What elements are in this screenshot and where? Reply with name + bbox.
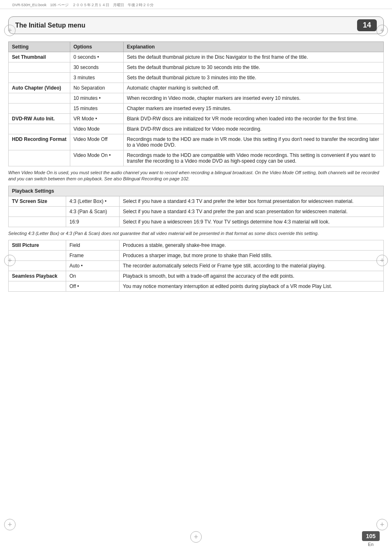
page-language: En xyxy=(368,542,374,547)
table-row: TV Screen Size4:3 (Letter Box) •Select i… xyxy=(9,196,384,206)
setting-cell xyxy=(9,124,70,134)
option-cell: 3 minutes xyxy=(70,73,123,83)
setting-cell: Seamless Playback xyxy=(9,271,66,281)
table-row: Video ModeBlank DVD-RW discs are initial… xyxy=(9,124,384,134)
table-row: 16:9Select if you have a widescreen 16:9… xyxy=(9,216,384,227)
setting-cell xyxy=(9,150,70,166)
playback-section-header: Playback Settings xyxy=(9,186,384,196)
option-cell: 0 seconds • xyxy=(70,52,123,62)
col-header-options: Options xyxy=(70,42,123,52)
note-1: When Video Mode On is used, you must sel… xyxy=(8,170,384,182)
explanation-cell: The recorder automatically selects Field… xyxy=(120,261,384,271)
option-cell: No Separation xyxy=(70,83,123,93)
explanation-cell: Recordings made to the HDD are made in V… xyxy=(123,134,383,150)
table-row: DVD-RW Auto Init.VR Mode •Blank DVD-RW d… xyxy=(9,114,384,124)
table-row: Still PictureFieldProduces a stable, gen… xyxy=(9,240,384,251)
table-row: 3 minutesSets the default thumbnail pict… xyxy=(9,73,384,83)
note-2: Selecting 4:3 (Letter Box) or 4:3 (Pan &… xyxy=(8,230,384,237)
option-cell: Off • xyxy=(66,281,120,292)
crosshair-top-right xyxy=(376,25,388,36)
top-reference: DVR-530H_EU.book 105 ページ ２００５年２月１４日 月曜日 … xyxy=(0,0,392,9)
table-row: Seamless PlaybackOnPlayback is smooth, b… xyxy=(9,271,384,281)
explanation-cell: Automatic chapter marking is switched of… xyxy=(123,83,383,93)
setting-cell xyxy=(9,93,70,104)
explanation-cell: Sets the default thumbnail picture to 30… xyxy=(123,62,383,73)
option-cell: Frame xyxy=(66,251,120,261)
explanation-cell: Select if you have a standard 4:3 TV and… xyxy=(120,206,384,216)
page-footer: 105 En xyxy=(362,531,380,547)
explanation-cell: Chapter markers are inserted every 15 mi… xyxy=(123,104,383,114)
option-cell: Auto • xyxy=(66,261,120,271)
table-row: HDD Recording FormatVideo Mode OffRecord… xyxy=(9,134,384,150)
page-number: 105 xyxy=(362,531,380,541)
still-picture-table: Still PictureFieldProduces a stable, gen… xyxy=(8,240,384,292)
table-row: Auto Chapter (Video)No SeparationAutomat… xyxy=(9,83,384,93)
crosshair-bottom-left xyxy=(4,519,16,530)
settings-table: Setting Options Explanation Set Thumbnai… xyxy=(8,41,384,166)
option-cell: 15 minutes xyxy=(70,104,123,114)
chapter-number: 14 xyxy=(357,19,377,31)
setting-cell xyxy=(9,206,66,216)
explanation-cell: Produces a sharper image, but more prone… xyxy=(120,251,384,261)
setting-cell: Still Picture xyxy=(9,240,66,251)
table-row: 4:3 (Pan & Scan)Select if you have a sta… xyxy=(9,206,384,216)
table-row: Video Mode On •Recordings made to the HD… xyxy=(9,150,384,166)
setting-cell xyxy=(9,216,66,227)
crosshair-bottom-center xyxy=(190,531,202,543)
option-cell: On xyxy=(66,271,120,281)
setting-cell: Set Thumbnail xyxy=(9,52,70,62)
explanation-cell: Sets the default thumbnail picture to 3 … xyxy=(123,73,383,83)
setting-cell xyxy=(9,261,66,271)
setting-cell: HDD Recording Format xyxy=(9,134,70,150)
col-header-setting: Setting xyxy=(9,42,70,52)
explanation-cell: When recording in Video mode, chapter ma… xyxy=(123,93,383,104)
table-row: FrameProduces a sharper image, but more … xyxy=(9,251,384,261)
setting-cell xyxy=(9,62,70,73)
option-cell: Field xyxy=(66,240,120,251)
crosshair-middle-right xyxy=(376,255,388,266)
option-cell: 16:9 xyxy=(66,216,120,227)
option-cell: VR Mode • xyxy=(70,114,123,124)
crosshair-middle-left xyxy=(4,255,16,266)
setting-cell xyxy=(9,281,66,292)
explanation-cell: Playback is smooth, but with a trade-off… xyxy=(120,271,384,281)
explanation-cell: Select if you have a widescreen 16:9 TV.… xyxy=(120,216,384,227)
option-cell: 30 seconds xyxy=(70,62,123,73)
table-row: Set Thumbnail0 seconds •Sets the default… xyxy=(9,52,384,62)
title-bar: The Initial Setup menu 14 xyxy=(8,16,384,34)
table-row: 15 minutesChapter markers are inserted e… xyxy=(9,104,384,114)
explanation-cell: Recordings made to the HDD are compatibl… xyxy=(123,150,383,166)
explanation-cell: Sets the default thumbnail picture in th… xyxy=(123,52,383,62)
explanation-cell: Blank DVD-RW discs are initialized for V… xyxy=(123,114,383,124)
option-cell: 10 minutes • xyxy=(70,93,123,104)
crosshair-top-left xyxy=(4,25,16,36)
setting-cell xyxy=(9,104,70,114)
option-cell: Video Mode xyxy=(70,124,123,134)
col-header-explanation: Explanation xyxy=(123,42,383,52)
explanation-cell: Select if you have a standard 4:3 TV and… xyxy=(120,196,384,206)
setting-cell xyxy=(9,251,66,261)
table-row: 30 secondsSets the default thumbnail pic… xyxy=(9,62,384,73)
playback-table: Playback Settings TV Screen Size4:3 (Let… xyxy=(8,186,384,227)
table-row: 10 minutes •When recording in Video mode… xyxy=(9,93,384,104)
setting-cell: TV Screen Size xyxy=(9,196,66,206)
table-row: Off •You may notice momentary interrupti… xyxy=(9,281,384,292)
option-cell: 4:3 (Pan & Scan) xyxy=(66,206,120,216)
explanation-cell: You may notice momentary interruption at… xyxy=(120,281,384,292)
setting-cell: Auto Chapter (Video) xyxy=(9,83,70,93)
page-title: The Initial Setup menu xyxy=(15,22,85,29)
crosshair-bottom-right xyxy=(376,519,388,530)
setting-cell: DVD-RW Auto Init. xyxy=(9,114,70,124)
option-cell: Video Mode Off xyxy=(70,134,123,150)
main-content: Setting Options Explanation Set Thumbnai… xyxy=(8,41,384,292)
table-row: Auto •The recorder automatically selects… xyxy=(9,261,384,271)
explanation-cell: Blank DVD-RW discs are initialized for V… xyxy=(123,124,383,134)
option-cell: 4:3 (Letter Box) • xyxy=(66,196,120,206)
explanation-cell: Produces a stable, generally shake-free … xyxy=(120,240,384,251)
setting-cell xyxy=(9,73,70,83)
option-cell: Video Mode On • xyxy=(70,150,123,166)
